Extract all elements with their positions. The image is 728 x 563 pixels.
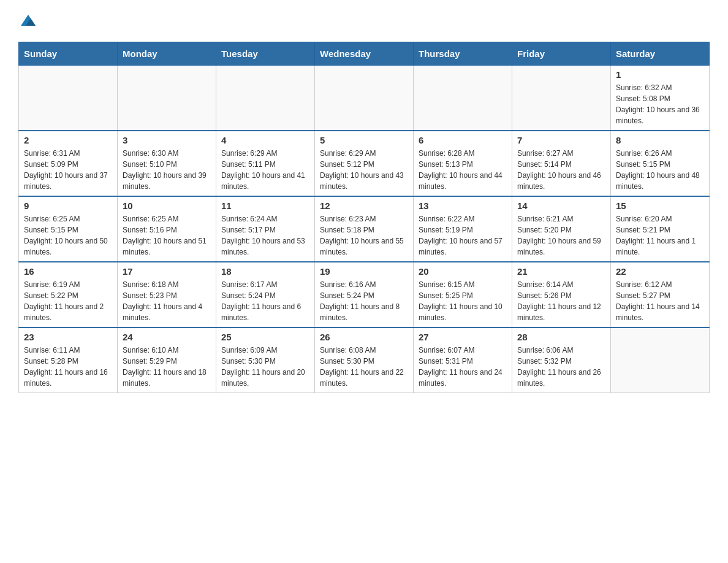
- day-number: 7: [517, 135, 605, 145]
- day-info: Sunrise: 6:15 AM Sunset: 5:25 PM Dayligh…: [419, 279, 507, 323]
- day-info: Sunrise: 6:06 AM Sunset: 5:32 PM Dayligh…: [517, 345, 605, 389]
- day-info: Sunrise: 6:30 AM Sunset: 5:10 PM Dayligh…: [123, 148, 211, 192]
- calendar-cell: 13Sunrise: 6:22 AM Sunset: 5:19 PM Dayli…: [414, 196, 512, 262]
- logo-icon: [20, 12, 37, 29]
- day-number: 16: [24, 266, 112, 277]
- day-info: Sunrise: 6:21 AM Sunset: 5:20 PM Dayligh…: [517, 213, 605, 258]
- weekday-header-monday: Monday: [118, 42, 216, 66]
- calendar-cell: 8Sunrise: 6:26 AM Sunset: 5:15 PM Daylig…: [611, 131, 710, 196]
- calendar-cell: 14Sunrise: 6:21 AM Sunset: 5:20 PM Dayli…: [512, 196, 611, 262]
- calendar-cell: 12Sunrise: 6:23 AM Sunset: 5:18 PM Dayli…: [315, 196, 414, 262]
- day-info: Sunrise: 6:12 AM Sunset: 5:27 PM Dayligh…: [616, 279, 704, 323]
- calendar-cell: 4Sunrise: 6:29 AM Sunset: 5:11 PM Daylig…: [216, 131, 315, 196]
- day-number: 17: [123, 266, 211, 277]
- day-number: 27: [419, 332, 507, 342]
- calendar-cell: 26Sunrise: 6:08 AM Sunset: 5:30 PM Dayli…: [315, 327, 414, 393]
- weekday-header-thursday: Thursday: [414, 42, 512, 66]
- calendar-cell: 21Sunrise: 6:14 AM Sunset: 5:26 PM Dayli…: [512, 262, 611, 327]
- calendar-cell: 16Sunrise: 6:19 AM Sunset: 5:22 PM Dayli…: [19, 262, 118, 327]
- day-info: Sunrise: 6:25 AM Sunset: 5:16 PM Dayligh…: [123, 213, 211, 258]
- calendar-week-row: 23Sunrise: 6:11 AM Sunset: 5:28 PM Dayli…: [19, 327, 710, 393]
- day-info: Sunrise: 6:26 AM Sunset: 5:15 PM Dayligh…: [616, 148, 704, 192]
- calendar-cell: [19, 66, 118, 131]
- calendar-cell: 10Sunrise: 6:25 AM Sunset: 5:16 PM Dayli…: [118, 196, 216, 262]
- calendar-cell: [414, 66, 512, 131]
- day-info: Sunrise: 6:16 AM Sunset: 5:24 PM Dayligh…: [320, 279, 408, 323]
- calendar-cell: 11Sunrise: 6:24 AM Sunset: 5:17 PM Dayli…: [216, 196, 315, 262]
- calendar-cell: 18Sunrise: 6:17 AM Sunset: 5:24 PM Dayli…: [216, 262, 315, 327]
- day-number: 21: [517, 266, 605, 277]
- weekday-header-sunday: Sunday: [19, 42, 118, 66]
- calendar-cell: 3Sunrise: 6:30 AM Sunset: 5:10 PM Daylig…: [118, 131, 216, 196]
- day-info: Sunrise: 6:19 AM Sunset: 5:22 PM Dayligh…: [24, 279, 112, 323]
- calendar-week-row: 2Sunrise: 6:31 AM Sunset: 5:09 PM Daylig…: [19, 131, 710, 196]
- calendar-cell: 6Sunrise: 6:28 AM Sunset: 5:13 PM Daylig…: [414, 131, 512, 196]
- day-number: 13: [419, 201, 507, 211]
- weekday-header-tuesday: Tuesday: [216, 42, 315, 66]
- calendar-cell: 22Sunrise: 6:12 AM Sunset: 5:27 PM Dayli…: [611, 262, 710, 327]
- day-number: 6: [419, 135, 507, 145]
- day-info: Sunrise: 6:29 AM Sunset: 5:11 PM Dayligh…: [221, 148, 309, 192]
- day-number: 26: [320, 332, 408, 342]
- calendar-cell: [512, 66, 611, 131]
- weekday-header-row: SundayMondayTuesdayWednesdayThursdayFrid…: [19, 42, 710, 66]
- day-number: 8: [616, 135, 704, 145]
- calendar-cell: 27Sunrise: 6:07 AM Sunset: 5:31 PM Dayli…: [414, 327, 512, 393]
- calendar-cell: 19Sunrise: 6:16 AM Sunset: 5:24 PM Dayli…: [315, 262, 414, 327]
- calendar-cell: 28Sunrise: 6:06 AM Sunset: 5:32 PM Dayli…: [512, 327, 611, 393]
- calendar-cell: 15Sunrise: 6:20 AM Sunset: 5:21 PM Dayli…: [611, 196, 710, 262]
- calendar-cell: 2Sunrise: 6:31 AM Sunset: 5:09 PM Daylig…: [19, 131, 118, 196]
- day-number: 5: [320, 135, 408, 145]
- day-info: Sunrise: 6:22 AM Sunset: 5:19 PM Dayligh…: [419, 213, 507, 258]
- calendar-cell: [611, 327, 710, 393]
- weekday-header-saturday: Saturday: [611, 42, 710, 66]
- day-number: 18: [221, 266, 309, 277]
- calendar-week-row: 9Sunrise: 6:25 AM Sunset: 5:15 PM Daylig…: [19, 196, 710, 262]
- day-info: Sunrise: 6:18 AM Sunset: 5:23 PM Dayligh…: [123, 279, 211, 323]
- calendar-cell: [118, 66, 216, 131]
- day-info: Sunrise: 6:14 AM Sunset: 5:26 PM Dayligh…: [517, 279, 605, 323]
- day-info: Sunrise: 6:32 AM Sunset: 5:08 PM Dayligh…: [616, 82, 704, 126]
- day-number: 1: [616, 69, 704, 80]
- day-number: 19: [320, 266, 408, 277]
- day-info: Sunrise: 6:07 AM Sunset: 5:31 PM Dayligh…: [419, 345, 507, 389]
- day-number: 11: [221, 201, 309, 211]
- day-info: Sunrise: 6:10 AM Sunset: 5:29 PM Dayligh…: [123, 345, 211, 389]
- day-number: 25: [221, 332, 309, 342]
- day-number: 24: [123, 332, 211, 342]
- calendar-week-row: 1Sunrise: 6:32 AM Sunset: 5:08 PM Daylig…: [19, 66, 710, 131]
- day-number: 20: [419, 266, 507, 277]
- calendar-cell: 9Sunrise: 6:25 AM Sunset: 5:15 PM Daylig…: [19, 196, 118, 262]
- day-number: 2: [24, 135, 112, 145]
- day-number: 4: [221, 135, 309, 145]
- calendar-cell: 7Sunrise: 6:27 AM Sunset: 5:14 PM Daylig…: [512, 131, 611, 196]
- calendar-cell: [216, 66, 315, 131]
- day-info: Sunrise: 6:23 AM Sunset: 5:18 PM Dayligh…: [320, 213, 408, 258]
- day-info: Sunrise: 6:20 AM Sunset: 5:21 PM Dayligh…: [616, 213, 704, 258]
- day-number: 3: [123, 135, 211, 145]
- day-number: 12: [320, 201, 408, 211]
- day-info: Sunrise: 6:25 AM Sunset: 5:15 PM Dayligh…: [24, 213, 112, 258]
- calendar-week-row: 16Sunrise: 6:19 AM Sunset: 5:22 PM Dayli…: [19, 262, 710, 327]
- weekday-header-friday: Friday: [512, 42, 611, 66]
- logo: [18, 12, 38, 29]
- day-info: Sunrise: 6:09 AM Sunset: 5:30 PM Dayligh…: [221, 345, 309, 389]
- day-info: Sunrise: 6:24 AM Sunset: 5:17 PM Dayligh…: [221, 213, 309, 258]
- calendar-cell: 5Sunrise: 6:29 AM Sunset: 5:12 PM Daylig…: [315, 131, 414, 196]
- calendar-cell: 17Sunrise: 6:18 AM Sunset: 5:23 PM Dayli…: [118, 262, 216, 327]
- day-info: Sunrise: 6:08 AM Sunset: 5:30 PM Dayligh…: [320, 345, 408, 389]
- calendar-cell: 25Sunrise: 6:09 AM Sunset: 5:30 PM Dayli…: [216, 327, 315, 393]
- day-info: Sunrise: 6:27 AM Sunset: 5:14 PM Dayligh…: [517, 148, 605, 192]
- day-number: 22: [616, 266, 704, 277]
- day-info: Sunrise: 6:31 AM Sunset: 5:09 PM Dayligh…: [24, 148, 112, 192]
- day-number: 15: [616, 201, 704, 211]
- day-info: Sunrise: 6:17 AM Sunset: 5:24 PM Dayligh…: [221, 279, 309, 323]
- calendar-cell: 1Sunrise: 6:32 AM Sunset: 5:08 PM Daylig…: [611, 66, 710, 131]
- day-number: 28: [517, 332, 605, 342]
- calendar-table: SundayMondayTuesdayWednesdayThursdayFrid…: [18, 42, 710, 393]
- calendar-cell: 24Sunrise: 6:10 AM Sunset: 5:29 PM Dayli…: [118, 327, 216, 393]
- day-number: 10: [123, 201, 211, 211]
- day-number: 14: [517, 201, 605, 211]
- day-number: 23: [24, 332, 112, 342]
- day-number: 9: [24, 201, 112, 211]
